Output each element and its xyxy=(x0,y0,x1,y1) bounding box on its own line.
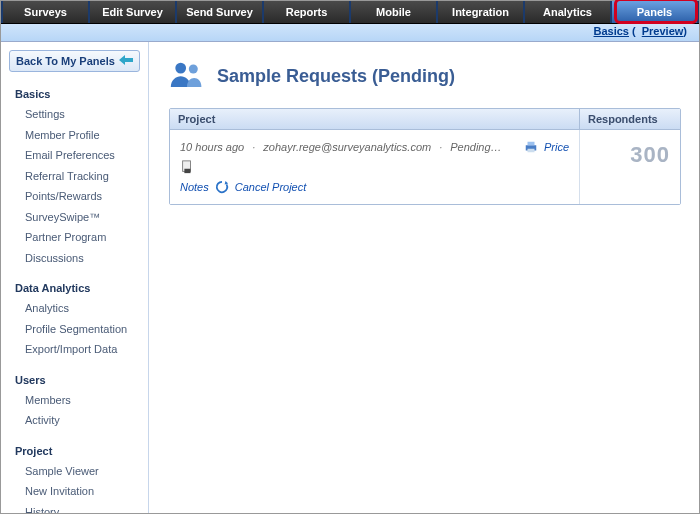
tab-reports[interactable]: Reports xyxy=(264,1,351,23)
sidebar-item-history[interactable]: History xyxy=(1,502,148,515)
svg-rect-7 xyxy=(184,169,190,173)
sidebar-item-activity[interactable]: Activity xyxy=(1,410,148,431)
svg-rect-5 xyxy=(527,149,534,153)
sidebar-item-export-import-data[interactable]: Export/Import Data xyxy=(1,339,148,360)
sidebar-item-settings[interactable]: Settings xyxy=(1,104,148,125)
tab-surveys[interactable]: Surveys xyxy=(1,1,90,23)
tab-integration[interactable]: Integration xyxy=(438,1,525,23)
refresh-icon[interactable] xyxy=(215,180,229,194)
row-status: Pending… xyxy=(450,141,501,153)
svg-rect-4 xyxy=(527,142,534,146)
sidebar-item-email-preferences[interactable]: Email Preferences xyxy=(1,145,148,166)
sidebar-item-surveyswipe-[interactable]: SurveySwipe™ xyxy=(1,207,148,228)
svg-point-1 xyxy=(175,63,186,74)
sidebar-item-member-profile[interactable]: Member Profile xyxy=(1,125,148,146)
row-time: 10 hours ago xyxy=(180,141,244,153)
col-project: Project xyxy=(170,109,580,129)
table-header: Project Respondents xyxy=(170,109,680,130)
people-icon xyxy=(169,60,205,92)
back-label: Back To My Panels xyxy=(16,55,115,67)
doc-icon[interactable] xyxy=(180,160,194,174)
sidebar-item-referral-tracking[interactable]: Referral Tracking xyxy=(1,166,148,187)
svg-point-2 xyxy=(189,65,198,74)
price-link[interactable]: Price xyxy=(544,141,569,153)
row-email: zohayr.rege@surveyanalytics.com xyxy=(263,141,431,153)
sidebar-item-points-rewards[interactable]: Points/Rewards xyxy=(1,186,148,207)
section-project: Project xyxy=(1,439,148,461)
top-nav: SurveysEdit SurveySend SurveyReportsMobi… xyxy=(1,1,699,24)
sidebar-item-profile-segmentation[interactable]: Profile Segmentation xyxy=(1,319,148,340)
svg-marker-8 xyxy=(224,181,228,185)
sidebar-item-analytics[interactable]: Analytics xyxy=(1,298,148,319)
tab-edit-survey[interactable]: Edit Survey xyxy=(90,1,177,23)
section-data-analytics: Data Analytics xyxy=(1,276,148,298)
printer-icon[interactable] xyxy=(524,140,538,154)
tab-send-survey[interactable]: Send Survey xyxy=(177,1,264,23)
back-to-panels-button[interactable]: Back To My Panels xyxy=(9,50,140,72)
table-row: 10 hours ago · zohayr.rege@surveyanalyti… xyxy=(170,130,680,204)
sidebar-item-members[interactable]: Members xyxy=(1,390,148,411)
page-title: Sample Requests (Pending) xyxy=(217,66,455,87)
sidebar-item-sample-viewer[interactable]: Sample Viewer xyxy=(1,461,148,482)
tab-mobile[interactable]: Mobile xyxy=(351,1,438,23)
section-basics: Basics xyxy=(1,82,148,104)
sidebar-item-partner-program[interactable]: Partner Program xyxy=(1,227,148,248)
sidebar-item-discussions[interactable]: Discussions xyxy=(1,248,148,269)
subnav-basics[interactable]: Basics xyxy=(594,25,629,37)
sidebar-item-new-invitation[interactable]: New Invitation xyxy=(1,481,148,502)
col-respondents: Respondents xyxy=(580,109,680,129)
main-content: Sample Requests (Pending) Project Respon… xyxy=(149,42,699,513)
sub-nav: Basics (Preview) xyxy=(1,24,699,42)
notes-link[interactable]: Notes xyxy=(180,181,209,193)
tab-panels[interactable]: Panels xyxy=(612,1,699,23)
cell-project: 10 hours ago · zohayr.rege@surveyanalyti… xyxy=(170,130,580,204)
sidebar: Back To My Panels BasicsSettingsMember P… xyxy=(1,42,149,513)
svg-marker-0 xyxy=(119,55,133,65)
cell-respondents: 300 xyxy=(580,130,680,204)
section-users: Users xyxy=(1,368,148,390)
back-arrow-icon xyxy=(119,55,133,67)
cancel-project-link[interactable]: Cancel Project xyxy=(235,181,307,193)
subnav-preview[interactable]: Preview xyxy=(642,25,684,37)
tab-analytics[interactable]: Analytics xyxy=(525,1,612,23)
requests-table: Project Respondents 10 hours ago · zohay… xyxy=(169,108,681,205)
